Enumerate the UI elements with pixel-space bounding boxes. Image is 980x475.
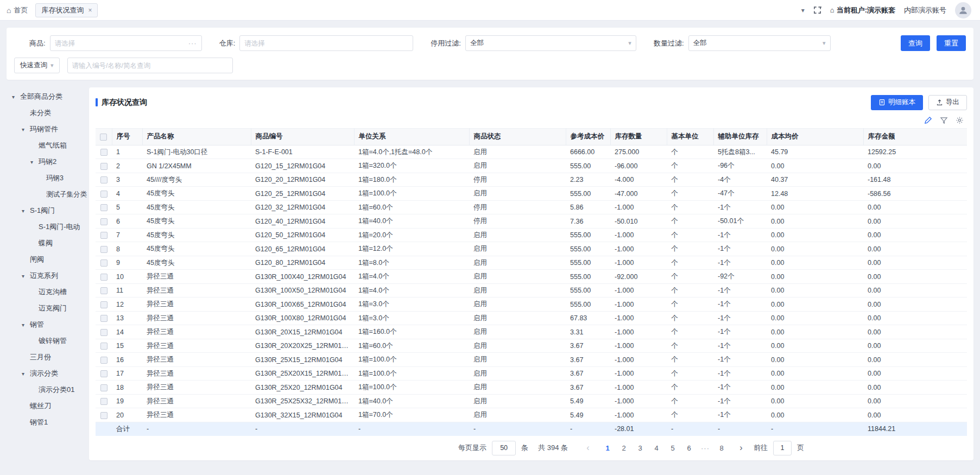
tab-inventory-status[interactable]: 库存状况查询 × xyxy=(35,3,98,17)
query-button[interactable]: 查询 xyxy=(901,35,930,51)
row-checkbox[interactable] xyxy=(100,274,108,281)
account-name[interactable]: 内部演示账号 xyxy=(904,5,946,15)
per-page-input[interactable] xyxy=(492,441,516,455)
edit-icon[interactable] xyxy=(924,116,932,124)
tree-item[interactable]: ▾S-1阀门 xyxy=(10,202,85,219)
tree-item[interactable]: 镀锌钢管 xyxy=(10,333,85,349)
tree-item[interactable]: S-1阀门-电动 xyxy=(10,219,85,235)
reset-button[interactable]: 重置 xyxy=(937,35,966,51)
table-row[interactable]: 1S-1阀门-电动30口径S-1-F-E-0011箱=4.0个,1托盘=48.0… xyxy=(96,145,967,159)
tree-item[interactable]: 闸阀 xyxy=(10,251,85,268)
row-checkbox[interactable] xyxy=(100,329,108,336)
filter-icon[interactable] xyxy=(940,116,948,124)
row-checkbox[interactable] xyxy=(100,412,108,419)
tenant-info[interactable]: ⌂ 当前租户:演示账套 xyxy=(830,5,895,15)
table-row[interactable]: 10异径三通G130R_100X40_12RM01G041箱=4.0个启用555… xyxy=(96,270,967,284)
row-checkbox[interactable] xyxy=(100,246,108,253)
tree-item[interactable]: 螺丝刀 xyxy=(10,398,85,414)
table-row[interactable]: 15异径三通G130R_20X20X25_12RM01G041箱=60.0个启用… xyxy=(96,339,967,353)
tree-item[interactable]: ▾钢管 xyxy=(10,316,85,333)
caret-down-icon[interactable]: ▾ xyxy=(22,322,30,328)
table-row[interactable]: 16异径三通G130R_25X15_12RM01G041箱=100.0个启用3.… xyxy=(96,353,967,367)
caret-down-icon[interactable]: ▾ xyxy=(22,208,30,214)
page-button[interactable]: 3 xyxy=(633,441,647,455)
tree-item[interactable]: 迈克阀门 xyxy=(10,300,85,316)
tree-item[interactable]: ▾全部商品分类 xyxy=(10,88,85,105)
user-avatar[interactable] xyxy=(955,2,971,18)
tree-item[interactable]: 测试子集分类 xyxy=(10,186,85,202)
caret-down-icon[interactable]: ▾ xyxy=(22,371,30,377)
caret-down-icon[interactable]: ▾ xyxy=(12,94,20,100)
row-checkbox[interactable] xyxy=(100,315,108,322)
row-checkbox[interactable] xyxy=(100,398,108,405)
table-row[interactable]: 545度弯头G120_32_12RM01G041箱=60.0个停用5.86-1.… xyxy=(96,200,967,214)
tree-item[interactable]: 未分类 xyxy=(10,105,85,121)
tree-item[interactable]: ▾玛钢管件 xyxy=(10,121,85,137)
row-checkbox[interactable] xyxy=(100,301,108,308)
quick-query-button[interactable]: 快速查询 ▾ xyxy=(14,58,60,73)
page-button[interactable]: 8 xyxy=(715,441,729,455)
qty-filter-select[interactable]: 全部 ▾ xyxy=(688,35,831,51)
more-pages-icon[interactable]: ··· xyxy=(698,441,712,455)
more-options-icon[interactable]: ··· xyxy=(188,39,197,47)
product-input[interactable] xyxy=(55,40,185,47)
next-page-button[interactable]: › xyxy=(734,441,748,455)
row-checkbox[interactable] xyxy=(100,343,108,350)
table-row[interactable]: 14异径三通G130R_20X15_12RM01G041箱=160.0个启用3.… xyxy=(96,325,967,339)
product-select-box[interactable]: ··· xyxy=(50,35,202,51)
goto-page-input[interactable] xyxy=(773,441,792,455)
quick-search-input[interactable] xyxy=(72,62,228,69)
caret-down-icon[interactable]: ▾ xyxy=(22,273,30,279)
gear-icon[interactable] xyxy=(956,116,964,124)
table-row[interactable]: 2GN 1/2X45MMG120_15_12RM01G041箱=320.0个启用… xyxy=(96,159,967,173)
disable-filter-select[interactable]: 全部 ▾ xyxy=(465,35,636,51)
table-row[interactable]: 19异径三通G130R_25X25X32_12RM01G041箱=40.0个启用… xyxy=(96,394,967,408)
tree-item[interactable]: 玛钢3 xyxy=(10,170,85,186)
table-row[interactable]: 11异径三通G130R_100X50_12RM01G041箱=4.0个启用555… xyxy=(96,283,967,297)
tree-item[interactable]: ▾演示分类 xyxy=(10,365,85,382)
table-row[interactable]: 13异径三通G130R_100X80_12RM01G041箱=3.0个启用67.… xyxy=(96,311,967,325)
tree-item[interactable]: 迈克沟槽 xyxy=(10,284,85,300)
table-row[interactable]: 845度弯头G120_65_12RM01G041箱=12.0个启用555.00-… xyxy=(96,242,967,256)
table-row[interactable]: 445度弯头G120_25_12RM01G041箱=100.0个启用555.00… xyxy=(96,187,967,201)
tree-item[interactable]: 三月份 xyxy=(10,349,85,365)
table-row[interactable]: 12异径三通G130R_100X65_12RM01G041箱=3.0个启用555… xyxy=(96,297,967,312)
select-all-checkbox[interactable] xyxy=(100,134,107,141)
quick-search-box[interactable] xyxy=(67,58,233,73)
table-row[interactable]: 345////度弯头G120_20_12RM01G041箱=180.0个停用2.… xyxy=(96,173,967,187)
row-checkbox[interactable] xyxy=(100,218,108,225)
table-row[interactable]: 17异径三通G130R_25X20X15_12RM01G041箱=100.0个启… xyxy=(96,366,967,381)
table-row[interactable]: 645度弯头G120_40_12RM01G041箱=40.0个停用7.36-50… xyxy=(96,214,967,229)
page-button[interactable]: 2 xyxy=(617,441,631,455)
tab-close-icon[interactable]: × xyxy=(88,7,92,14)
tree-item[interactable]: ▾玛钢2 xyxy=(10,154,85,170)
row-checkbox[interactable] xyxy=(100,163,108,170)
table-row[interactable]: 945度弯头G120_80_12RM01G041箱=8.0个启用555.00-1… xyxy=(96,256,967,270)
caret-down-icon[interactable]: ▾ xyxy=(22,126,30,132)
row-checkbox[interactable] xyxy=(100,204,108,211)
page-button[interactable]: 4 xyxy=(649,441,663,455)
row-checkbox[interactable] xyxy=(100,259,108,267)
tree-item[interactable]: 燃气纸箱 xyxy=(10,137,85,154)
fullscreen-icon[interactable] xyxy=(813,6,821,14)
export-button[interactable]: 导出 xyxy=(928,95,967,110)
page-button[interactable]: 5 xyxy=(666,441,680,455)
tree-item[interactable]: 蝶阀 xyxy=(10,235,85,251)
detail-ledger-button[interactable]: 明细账本 xyxy=(871,95,923,110)
table-row[interactable]: 20异径三通G130R_32X15_12RM01G041箱=70.0个启用5.4… xyxy=(96,408,967,422)
warehouse-input[interactable] xyxy=(244,40,408,47)
page-button[interactable]: 6 xyxy=(682,441,696,455)
tree-item[interactable]: 钢管1 xyxy=(10,414,85,430)
row-checkbox[interactable] xyxy=(100,357,108,364)
page-button[interactable]: 1 xyxy=(600,441,615,455)
row-checkbox[interactable] xyxy=(100,384,108,391)
table-row[interactable]: 745度弯头G120_50_12RM01G041箱=20.0个启用555.00-… xyxy=(96,228,967,242)
row-checkbox[interactable] xyxy=(100,232,108,239)
table-row[interactable]: 18异径三通G130R_25X20_12RM01G041箱=100.0个启用3.… xyxy=(96,381,967,395)
row-checkbox[interactable] xyxy=(100,149,108,156)
row-checkbox[interactable] xyxy=(100,287,108,294)
caret-down-icon[interactable]: ▾ xyxy=(30,159,39,165)
header-dropdown-icon[interactable]: ▾ xyxy=(801,7,805,14)
home-nav[interactable]: ⌂ 首页 xyxy=(7,5,28,15)
tree-item[interactable]: ▾迈克系列 xyxy=(10,268,85,284)
